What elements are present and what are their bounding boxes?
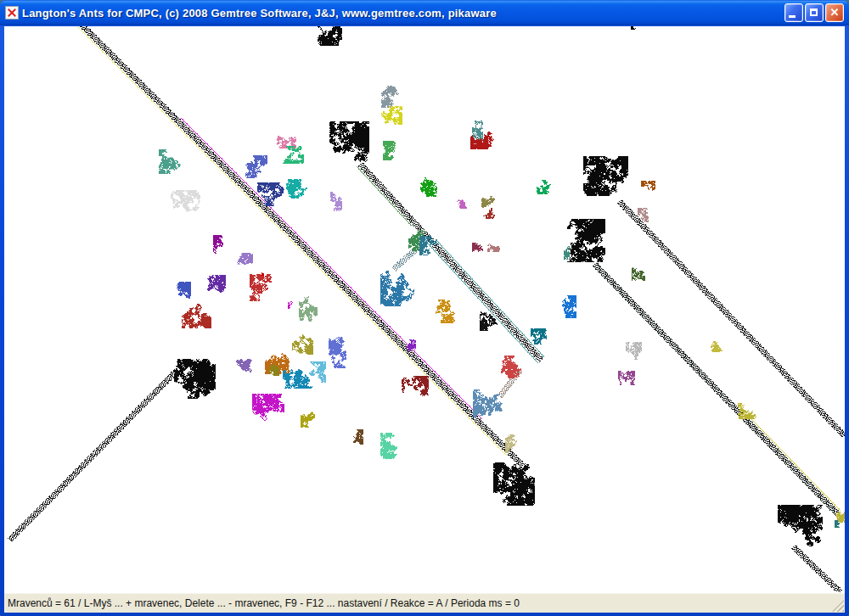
maximize-button[interactable] — [805, 3, 824, 22]
resize-grip-icon[interactable] — [832, 600, 844, 612]
window-title: Langton's Ants for CMPC, (c) 2008 Gemtre… — [22, 7, 784, 20]
minimize-icon — [789, 15, 796, 18]
simulation-area — [4, 26, 845, 592]
status-text: Mravenců = 61 / L-Myš ... + mravenec, De… — [4, 597, 520, 609]
app-icon — [5, 6, 19, 20]
window-controls: ✕ — [784, 3, 844, 22]
app-window: Langton's Ants for CMPC, (c) 2008 Gemtre… — [0, 0, 849, 616]
maximize-icon — [810, 8, 818, 16]
status-bar: Mravenců = 61 / L-Myš ... + mravenec, De… — [4, 592, 845, 613]
title-bar[interactable]: Langton's Ants for CMPC, (c) 2008 Gemtre… — [0, 0, 849, 25]
close-button[interactable]: ✕ — [825, 3, 844, 22]
ant-simulation-canvas[interactable] — [4, 26, 845, 592]
minimize-button[interactable] — [784, 3, 803, 22]
